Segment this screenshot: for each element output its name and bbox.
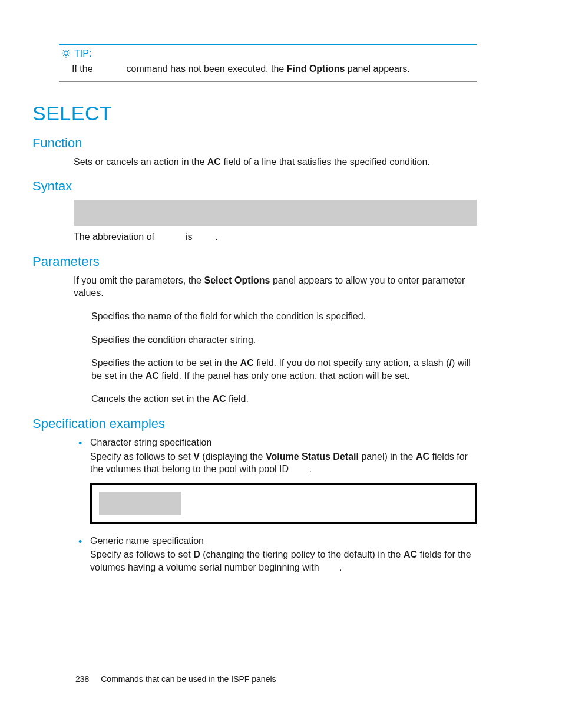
p4-bold: AC [212,394,226,404]
spec-list: Character string specification Specify a… [74,436,477,574]
svg-line-8 [63,55,64,56]
s2-bold1: D [193,549,200,559]
lightbulb-icon [61,49,71,58]
spec1-desc: Specify as follows to set V (displaying … [90,450,477,476]
s1-a: Specify as follows to set [90,452,191,462]
s1-bold2: Volume Status Detail [266,452,359,462]
param-intro-bold: Select Options [204,275,270,285]
function-text: Sets or cancels an action in the AC fiel… [74,156,477,169]
section-parameters: Parameters [32,254,477,269]
page: TIP: If the command has not been execute… [0,0,562,728]
spec2-title: Generic name specification [90,535,477,548]
p3-bold3: AC [146,371,159,381]
footer: 238 Commands that can be used in the ISP… [75,674,276,684]
syntax-code-box [74,200,477,226]
spec1-title: Character string specification [90,436,477,449]
tip-bold: Find Options [287,64,345,74]
s2-a: Specify as follows to set [90,549,191,559]
section-syntax: Syntax [32,179,477,194]
s1-c: panel) in the [361,452,413,462]
tip-line-suffix: panel appears. [348,64,410,74]
p3-a: Specifies the action to be set in the [91,358,237,368]
p3-d: field. If the panel has only one action,… [161,371,410,381]
s2-d: . [339,562,342,572]
tip-label: TIP: [74,48,91,59]
s1-b: (displaying the [202,452,263,462]
s1-e: . [309,464,312,474]
param-2: Specifies the condition character string… [91,334,477,347]
function-text-a: Sets or cancels an action in the [74,157,204,167]
spec2-desc: Specify as follows to set D (changing th… [90,548,477,574]
svg-line-6 [68,55,69,56]
p4-b: field. [229,394,249,404]
page-title: SELECT [32,102,477,125]
param-intro-a: If you omit the parameters, the [74,275,201,285]
tip-text: If the command has not been executed, th… [72,62,477,75]
s1-bold1: V [193,452,200,462]
tip-block: TIP: If the command has not been execute… [59,44,477,82]
list-item: Character string specification Specify a… [74,436,477,524]
s1-bold3: AC [416,452,429,462]
p3-b: field. If you do not specify any action,… [256,358,449,368]
function-text-b: field of a line that satisfies the speci… [223,157,429,167]
footer-text: Commands that can be used in the ISPF pa… [101,674,276,684]
list-item: Generic name specification Specify as fo… [74,535,477,574]
svg-line-7 [68,50,69,51]
syntax-abbrev-a: The abbreviation of [74,232,154,242]
param-4: Cancels the action set in the AC field. [91,393,477,406]
parameters-intro: If you omit the parameters, the Select O… [74,274,477,299]
section-function: Function [32,136,477,151]
param-1: Specifies the name of the field for whic… [91,310,477,323]
svg-point-0 [64,51,68,55]
syntax-abbrev: The abbreviation of is . [74,230,477,243]
tip-line-prefix: If the [72,64,93,74]
syntax-abbrev-c: . [215,232,217,242]
example-code [99,492,181,515]
param-3: Specifies the action to be set in the AC… [91,357,477,382]
function-bold: AC [207,157,221,167]
s2-bold2: AC [404,549,417,559]
syntax-abbrev-b: is [186,232,193,242]
svg-line-5 [63,50,64,51]
example-box [90,483,477,524]
tip-line-mid: command has not been executed, the [126,64,284,74]
page-number: 238 [75,674,89,684]
section-spec-examples: Specification examples [32,416,477,431]
s2-b: (changing the tiering policy to the defa… [203,549,401,559]
p4-a: Cancels the action set in the [91,394,210,404]
tip-header: TIP: [61,48,477,59]
p3-bold1: AC [240,358,254,368]
